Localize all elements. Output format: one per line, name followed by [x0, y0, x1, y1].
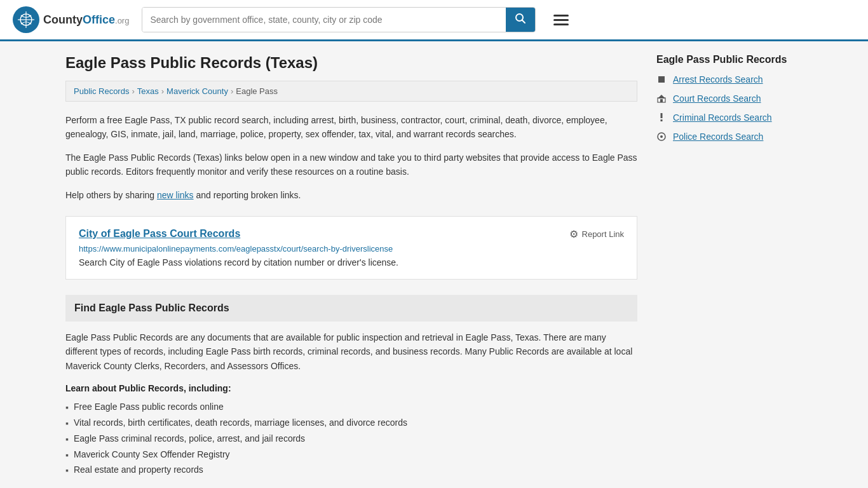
- hamburger-line-2: [553, 19, 569, 21]
- search-input[interactable]: [142, 8, 506, 32]
- share-text: Help others by sharing new links and rep…: [65, 188, 637, 202]
- logo-svg: [17, 11, 35, 29]
- report-link-label: Report Link: [582, 229, 624, 239]
- sidebar-item-court-records-search[interactable]: Court Records Search: [656, 93, 803, 104]
- search-icon: [515, 13, 526, 24]
- court-records-description: Search City of Eagle Pass violations rec…: [79, 257, 624, 268]
- breadcrumb-texas[interactable]: Texas: [137, 86, 159, 96]
- find-section-description: Eagle Pass Public Records are any docume…: [65, 330, 637, 373]
- sidebar-item-police-records-search[interactable]: Police Records Search: [656, 132, 803, 142]
- court-records-title-link[interactable]: City of Eagle Pass Court Records: [79, 228, 240, 240]
- sidebar: Eagle Pass Public Records Arrest Records…: [656, 54, 803, 478]
- find-section-header: Find Eagle Pass Public Records: [65, 295, 637, 322]
- learn-list-item: Real estate and property records: [65, 463, 637, 478]
- main-content: Eagle Pass Public Records (Texas) Public…: [65, 54, 637, 478]
- site-header: CountyOffice.org: [0, 0, 868, 41]
- hamburger-menu-button[interactable]: [548, 12, 574, 28]
- sidebar-link[interactable]: Arrest Records Search: [673, 74, 763, 85]
- hamburger-line-3: [553, 24, 569, 25]
- sidebar-item-arrest-records-search[interactable]: Arrest Records Search: [656, 74, 803, 85]
- logo[interactable]: CountyOffice.org: [13, 6, 129, 33]
- report-icon: ⚙: [569, 228, 578, 240]
- learn-list-item: Vital records, birth certificates, death…: [65, 416, 637, 431]
- breadcrumb-sep-1: ›: [132, 86, 134, 96]
- intro-text: Perform a free Eagle Pass, TX public rec…: [65, 113, 637, 142]
- disclaimer-text: The Eagle Pass Public Records (Texas) li…: [65, 151, 637, 179]
- svg-marker-8: [658, 95, 665, 98]
- main-container: Eagle Pass Public Records (Texas) Public…: [53, 41, 815, 488]
- find-section: Find Eagle Pass Public Records Eagle Pas…: [65, 295, 637, 478]
- breadcrumb-maverick-county[interactable]: Maverick County: [166, 86, 228, 96]
- svg-rect-6: [658, 76, 665, 83]
- search-button[interactable]: [506, 8, 535, 32]
- hamburger-line-1: [553, 15, 569, 17]
- logo-icon: [13, 6, 39, 33]
- page-title: Eagle Pass Public Records (Texas): [65, 54, 637, 72]
- sidebar-link[interactable]: Criminal Records Search: [673, 112, 772, 123]
- share-text-before: Help others by sharing: [65, 190, 157, 200]
- search-bar: [142, 7, 536, 32]
- learn-list-item: Eagle Pass criminal records, police, arr…: [65, 431, 637, 447]
- svg-rect-11: [661, 119, 663, 121]
- learn-list: Free Eagle Pass public records onlineVit…: [65, 400, 637, 478]
- sidebar-link[interactable]: Court Records Search: [673, 93, 761, 104]
- report-link-button[interactable]: ⚙ Report Link: [569, 228, 624, 240]
- court-records-card: City of Eagle Pass Court Records ⚙ Repor…: [65, 216, 637, 280]
- learn-title: Learn about Public Records, including:: [65, 383, 637, 393]
- sidebar-item-criminal-records-search[interactable]: Criminal Records Search: [656, 112, 803, 123]
- svg-rect-10: [661, 113, 663, 118]
- logo-text-area: CountyOffice.org: [43, 13, 129, 27]
- logo-name: CountyOffice.org: [43, 13, 129, 26]
- sidebar-link[interactable]: Police Records Search: [673, 132, 763, 142]
- arrest-icon: [656, 76, 667, 83]
- new-links-link[interactable]: new links: [157, 190, 194, 200]
- police-icon: [656, 132, 667, 141]
- share-text-after: and reporting broken links.: [194, 190, 301, 200]
- svg-line-5: [522, 20, 526, 24]
- criminal-icon: [656, 113, 667, 122]
- sidebar-title: Eagle Pass Public Records: [656, 54, 803, 65]
- breadcrumb-sep-2: ›: [161, 86, 164, 96]
- svg-rect-9: [660, 99, 663, 102]
- breadcrumb-sep-3: ›: [231, 86, 233, 96]
- svg-point-13: [660, 135, 663, 138]
- court-records-url[interactable]: https://www.municipalonlinepayments.com/…: [79, 244, 624, 254]
- sidebar-items: Arrest Records SearchCourt Records Searc…: [656, 74, 803, 142]
- learn-list-item: Maverick County Sex Offender Registry: [65, 447, 637, 463]
- breadcrumb-public-records[interactable]: Public Records: [74, 86, 129, 96]
- learn-list-item: Free Eagle Pass public records online: [65, 400, 637, 416]
- court-icon: [656, 94, 667, 103]
- breadcrumb: Public Records › Texas › Maverick County…: [65, 81, 637, 102]
- breadcrumb-eagle-pass: Eagle Pass: [236, 86, 278, 96]
